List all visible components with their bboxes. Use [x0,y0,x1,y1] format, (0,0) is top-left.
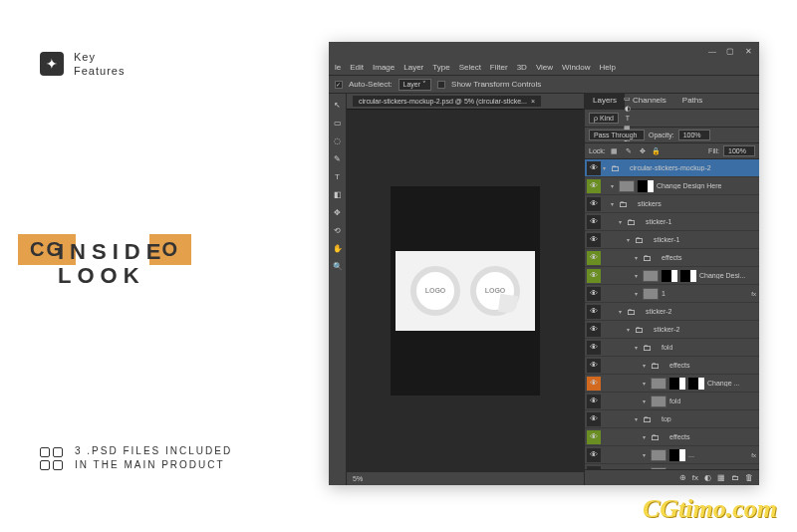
panel-tab-paths[interactable]: Paths [674,94,710,109]
menu-help[interactable]: Help [600,63,616,72]
visibility-toggle[interactable]: 👁 [587,412,601,426]
layer-name[interactable]: fold [662,344,759,351]
show-transform-checkbox[interactable] [437,81,445,89]
menu-edit[interactable]: Edit [350,63,364,72]
tool-5[interactable]: ◧ [331,187,345,201]
layer-row[interactable]: 👁▾fold [585,393,759,410]
filter-icon[interactable]: ▭ [623,94,633,104]
tool-8[interactable]: ✋ [331,241,345,255]
layer-name[interactable]: sticker-1 [646,218,759,225]
expand-arrow[interactable]: ▾ [643,380,651,387]
opacity-input[interactable]: 100% [678,130,710,140]
layer-row[interactable]: 👁▾🗀effects [585,249,759,267]
close-button[interactable]: ✕ [743,46,753,56]
tool-2[interactable]: ◌ [331,133,345,147]
expand-arrow[interactable]: ▾ [635,415,643,422]
visibility-toggle[interactable]: 👁 [587,287,601,301]
layer-row[interactable]: 👁▾1fx [585,285,759,303]
filter-icon[interactable]: ◐ [623,104,633,114]
lock-all-icon[interactable]: 🔒 [652,146,662,156]
menu-filter[interactable]: Filter [490,63,508,72]
fx-badge[interactable]: fx [751,291,756,297]
panel-tab-layers[interactable]: Layers [585,94,625,109]
fill-input[interactable]: 100% [723,145,755,156]
auto-select-dropdown[interactable]: Layer ˅ [398,79,431,91]
expand-arrow[interactable]: ▾ [643,398,651,404]
layer-name[interactable]: Change ... [707,380,759,387]
panel-footer-button[interactable]: ▦ [717,473,725,482]
visibility-toggle[interactable]: 👁 [587,269,601,283]
layer-name[interactable]: 1 [662,290,751,297]
layer-name[interactable]: Change Desi... [699,272,759,279]
layer-name[interactable]: Change Design Here [657,182,759,189]
layer-row[interactable]: 👁▾🗀stickers [585,195,759,213]
close-icon[interactable]: × [531,98,535,105]
panel-footer-button[interactable]: ⊕ [679,473,686,482]
visibility-toggle[interactable]: 👁 [587,197,601,211]
layer-name[interactable]: effects [662,254,759,261]
expand-arrow[interactable]: ▾ [635,254,643,261]
layer-row[interactable]: 👁▾🗀circular-stickers-mockup-2 [585,159,759,177]
maximize-button[interactable]: ▢ [725,46,735,56]
panel-footer-button[interactable]: ◐ [704,473,711,482]
expand-arrow[interactable]: ▾ [643,362,651,369]
visibility-toggle[interactable]: 👁 [587,215,601,229]
layer-name[interactable]: stickers [638,200,759,207]
tool-1[interactable]: ▭ [331,116,345,130]
mask-thumb[interactable] [638,180,654,192]
expand-arrow[interactable]: ▾ [603,164,611,171]
layer-row[interactable]: 👁▾Change Desi... [585,267,759,285]
visibility-toggle[interactable]: 👁 [587,395,601,408]
auto-select-checkbox[interactable] [335,81,343,89]
tool-0[interactable]: ↖ [331,98,345,112]
tool-9[interactable]: 🔍 [331,259,345,273]
menu-le[interactable]: le [335,63,341,72]
expand-arrow[interactable]: ▾ [627,236,635,243]
expand-arrow[interactable]: ▾ [643,433,651,440]
mask-thumb[interactable] [662,270,677,282]
expand-arrow[interactable]: ▾ [635,290,643,297]
layer-name[interactable]: ... [688,451,751,458]
menu-window[interactable]: Window [562,63,590,72]
visibility-toggle[interactable]: 👁 [587,341,601,355]
expand-arrow[interactable]: ▾ [611,182,619,189]
layer-name[interactable]: fold [669,398,759,404]
layer-name[interactable]: effects [669,433,759,440]
mask-thumb[interactable] [688,378,704,390]
visibility-toggle[interactable]: 👁 [587,323,601,337]
menu-view[interactable]: View [536,63,553,72]
menu-3d[interactable]: 3D [517,63,527,72]
menu-type[interactable]: Type [432,63,449,72]
mask-thumb[interactable] [669,378,685,390]
canvas[interactable]: LOGO LOGO [347,110,584,471]
layer-row[interactable]: 👁▾🗀sticker-1 [585,231,759,249]
fx-badge[interactable]: fx [751,452,756,458]
panel-footer-button[interactable]: fx [692,473,698,482]
expand-arrow[interactable]: ▾ [619,218,627,225]
panel-footer-button[interactable]: 🗑 [745,473,753,482]
lock-paint-icon[interactable]: ✎ [624,146,634,156]
menu-layer[interactable]: Layer [403,63,423,72]
layer-row[interactable]: 👁▾🗀sticker-2 [585,321,759,339]
lock-position-icon[interactable]: ✥ [638,146,648,156]
document-tab[interactable]: circular-stickers-mockup-2.psd @ 5% (cir… [353,96,541,107]
expand-arrow[interactable]: ▾ [635,272,643,279]
filter-kind-dropdown[interactable]: ρ Kind [589,113,619,124]
filter-icon[interactable]: T [623,114,633,124]
minimize-button[interactable]: — [707,46,717,56]
layer-row[interactable]: 👁▾Change ... [585,375,759,393]
layer-list[interactable]: 👁▾🗀circular-stickers-mockup-2👁▾Change De… [585,159,759,469]
expand-arrow[interactable]: ▾ [627,326,635,333]
visibility-toggle[interactable]: 👁 [587,161,601,175]
layer-name[interactable]: sticker-2 [646,308,759,315]
expand-arrow[interactable]: ▾ [643,451,651,458]
visibility-toggle[interactable]: 👁 [587,251,601,265]
mask-thumb[interactable] [669,449,685,461]
layer-row[interactable]: 👁▾Change Design Here [585,177,759,195]
layer-row[interactable]: 👁▾🗀top [585,410,759,428]
layer-row[interactable]: 👁▾🗀fold [585,339,759,357]
tool-4[interactable]: T [331,169,345,183]
tool-3[interactable]: ✎ [331,151,345,165]
visibility-toggle[interactable]: 👁 [587,233,601,247]
blend-mode-dropdown[interactable]: Pass Through [589,130,645,140]
